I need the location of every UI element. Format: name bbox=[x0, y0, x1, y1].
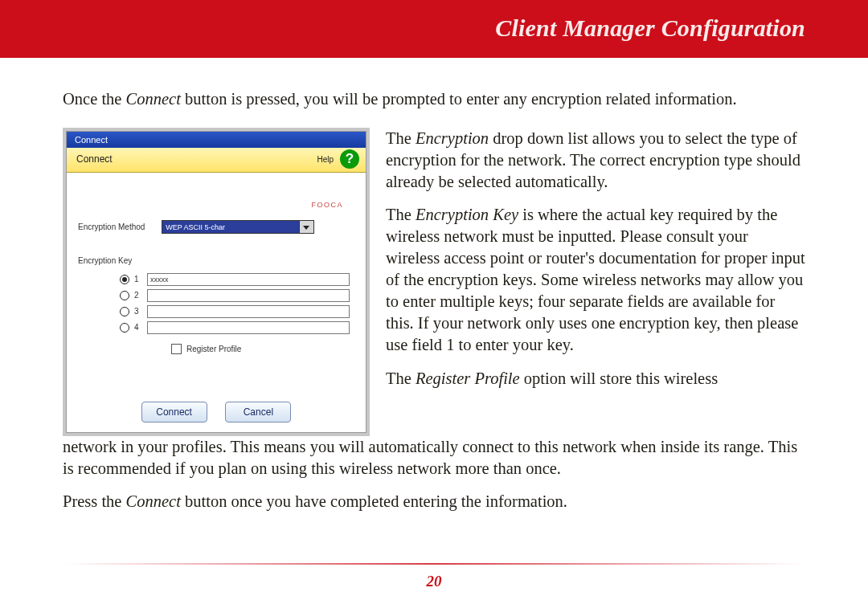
paragraph-encryption-key: The Encryption Key is where the actual k… bbox=[386, 204, 805, 356]
radio-key-2[interactable] bbox=[120, 291, 129, 300]
page-number: 20 bbox=[0, 573, 868, 590]
intro-keyword: Connect bbox=[126, 90, 181, 108]
p1-kw: Encryption bbox=[416, 129, 489, 147]
intro-paragraph: Once the Connect button is pressed, you … bbox=[63, 88, 805, 110]
key-num-2: 2 bbox=[134, 288, 142, 304]
key-input-2[interactable] bbox=[147, 289, 350, 302]
page-title: Client Manager Configuration bbox=[495, 14, 805, 42]
wrapped-text: network in your profiles. This means you… bbox=[63, 436, 805, 512]
register-profile-row: Register Profile bbox=[171, 344, 241, 354]
dialog-header-title: Connect bbox=[76, 153, 113, 165]
dialog-button-row: Connect Cancel bbox=[67, 402, 366, 422]
register-profile-checkbox[interactable] bbox=[171, 344, 182, 354]
key-num-4: 4 bbox=[134, 320, 142, 336]
dialog-screenshot: Connect Connect Help ? FOOCA Encryption … bbox=[63, 128, 370, 436]
p4-post: button once you have completed entering … bbox=[181, 492, 567, 510]
paragraph-encryption: The Encryption drop down list allows you… bbox=[386, 128, 805, 193]
header-band: Client Manager Configuration bbox=[0, 0, 868, 58]
content: Once the Connect button is pressed, you … bbox=[0, 58, 868, 512]
help-icon[interactable]: ? bbox=[340, 149, 359, 169]
connect-button[interactable]: Connect bbox=[141, 402, 207, 422]
intro-post: button is pressed, you will be prompted … bbox=[181, 90, 737, 108]
help-label[interactable]: Help bbox=[317, 155, 334, 164]
key-input-3[interactable] bbox=[147, 305, 350, 318]
radio-key-4[interactable] bbox=[120, 323, 129, 333]
encryption-key-label: Encryption Key bbox=[78, 256, 132, 265]
right-column-text: The Encryption drop down list allows you… bbox=[386, 128, 805, 390]
key-input-1[interactable]: xxxxx bbox=[147, 273, 350, 286]
encryption-method-value: WEP ASCII 5-char bbox=[166, 223, 225, 231]
p3-right: option will store this wireless bbox=[520, 369, 719, 387]
p3-pre: The bbox=[386, 369, 416, 387]
key-row-1: 1 xxxxx bbox=[120, 271, 350, 288]
p1-pre: The bbox=[386, 129, 416, 147]
cancel-button[interactable]: Cancel bbox=[225, 402, 291, 422]
key-row-3: 3 bbox=[120, 304, 350, 320]
intro-pre: Once the bbox=[63, 90, 126, 108]
key-input-4[interactable] bbox=[147, 321, 350, 334]
encryption-key-fields: 1 xxxxx 2 3 bbox=[120, 271, 350, 336]
key-num-1: 1 bbox=[134, 271, 142, 288]
p4-pre: Press the bbox=[63, 492, 126, 510]
chevron-down-icon[interactable] bbox=[299, 221, 313, 233]
p3-kw: Register Profile bbox=[416, 369, 520, 387]
encryption-method-row: Encryption Method WEP ASCII 5-char bbox=[78, 220, 354, 234]
paragraph-press-connect: Press the Connect button once you have c… bbox=[63, 491, 805, 512]
radio-key-1[interactable] bbox=[120, 275, 129, 284]
network-name: FOOCA bbox=[311, 201, 343, 209]
paragraph-register-profile-cont: network in your profiles. This means you… bbox=[63, 436, 805, 480]
paragraph-register-profile-start: The Register Profile option will store t… bbox=[386, 368, 805, 390]
register-profile-label: Register Profile bbox=[186, 345, 241, 353]
p2-pre: The bbox=[386, 206, 416, 223]
encryption-method-label: Encryption Method bbox=[78, 222, 145, 231]
footer-rule bbox=[63, 563, 805, 565]
p2-kw: Encryption Key bbox=[416, 206, 518, 223]
p2-post: is where the actual key required by the … bbox=[386, 206, 805, 353]
key-num-3: 3 bbox=[134, 304, 142, 320]
key-row-2: 2 bbox=[120, 288, 350, 304]
radio-key-3[interactable] bbox=[120, 307, 129, 316]
p4-kw: Connect bbox=[126, 492, 181, 510]
key-row-4: 4 bbox=[120, 320, 350, 336]
dialog-header: Connect Help ? bbox=[67, 148, 366, 173]
encryption-method-dropdown[interactable]: WEP ASCII 5-char bbox=[162, 220, 314, 234]
window-titlebar: Connect bbox=[67, 132, 366, 148]
